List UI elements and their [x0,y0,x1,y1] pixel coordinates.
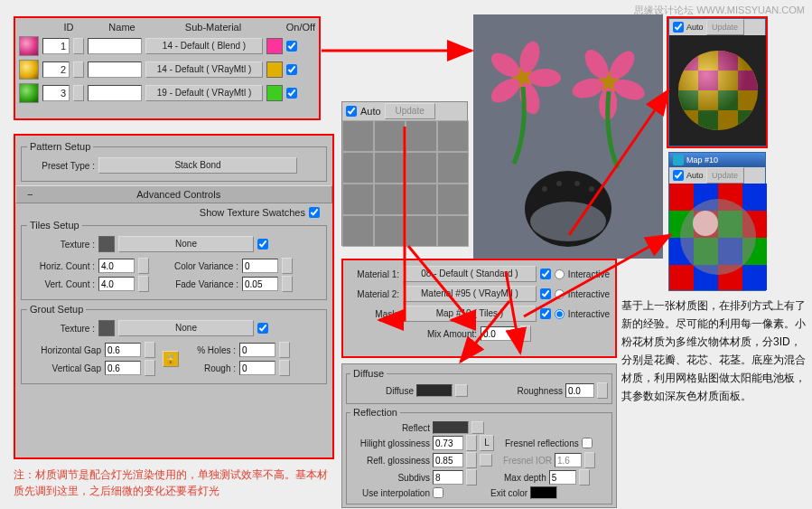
spinner[interactable] [584,452,595,468]
update-button[interactable]: Update [385,103,435,119]
mat1-button[interactable]: 08 - Default ( Standard ) [403,266,537,282]
reflect-map-icon[interactable] [471,421,484,434]
maxdepth-input[interactable] [549,470,576,485]
sub-material-button[interactable]: 14 - Default ( VRayMtl ) [145,61,263,78]
mat2-check[interactable] [540,288,551,299]
grout-tex-color[interactable] [98,320,115,336]
onoff-check[interactable] [286,88,297,99]
name-field[interactable] [88,38,142,54]
name-field[interactable] [88,85,142,101]
holes-input[interactable] [239,343,275,357]
grout-tex-check[interactable] [257,323,268,334]
diffuse-map-icon[interactable] [455,384,468,397]
mat2-button[interactable]: Material #95 ( VRayMtl ) [403,286,537,302]
hgap-input[interactable] [105,343,141,357]
diffuse-color[interactable] [416,384,453,397]
L-button[interactable]: L [480,435,494,451]
auto-check[interactable] [673,22,684,33]
color-swatch[interactable] [266,38,283,54]
subdivs-input[interactable] [433,470,463,485]
fior-input[interactable] [555,453,582,467]
cvar-input[interactable] [242,259,278,273]
reflect-color[interactable] [433,421,469,434]
tiles-tex-label: Texture : [27,240,95,250]
cvar-label: Color Variance : [162,261,238,271]
col-id: ID [48,22,89,33]
grout-tex-button[interactable]: None [118,320,254,336]
sub-material-panel: ID Name Sub-Material On/Off 1 14 - Defau… [14,16,321,120]
spinner[interactable] [597,382,608,399]
mat1-check[interactable] [540,269,551,279]
hglossy-input[interactable] [433,436,463,450]
mat2-radio[interactable] [555,289,565,299]
spinner[interactable] [279,360,290,376]
auto-check[interactable] [346,106,357,117]
id-field[interactable]: 3 [42,85,70,101]
tiles-legend: Tiles Setup [27,220,82,231]
useinterp-check[interactable] [433,487,443,498]
svg-point-15 [556,181,562,186]
lock-icon[interactable]: 🔒 [163,351,179,367]
material-swatch[interactable] [19,36,39,56]
interactive-label: Interactive [568,269,610,279]
grout-tex-label: Texture : [27,324,95,334]
id-field[interactable]: 2 [42,61,70,78]
mask-button[interactable]: Map #10 ( Tiles ) [403,306,537,322]
fvar-label: Fade Variance : [162,279,238,289]
update-button[interactable]: Update [706,167,744,184]
spinner[interactable] [73,61,84,78]
sub-material-button[interactable]: 19 - Default ( VRayMtl ) [145,85,263,101]
fvar-input[interactable] [242,277,278,291]
fresnel-check[interactable] [582,438,593,448]
mat1-radio[interactable] [555,269,565,279]
id-field[interactable]: 1 [42,38,70,54]
rough-input[interactable] [239,361,275,375]
tiles-tex-color[interactable] [98,236,115,252]
exitcolor-swatch[interactable] [530,486,557,499]
auto-check[interactable] [673,170,684,181]
onoff-check[interactable] [286,64,297,75]
tiles-tex-button[interactable]: None [118,236,254,252]
spinner[interactable] [466,435,477,451]
spinner[interactable] [145,342,155,358]
spinner[interactable] [282,276,293,292]
auto-label: Auto [686,171,704,180]
svg-point-48 [680,199,756,275]
roughness-input[interactable] [565,383,594,398]
hcount-input[interactable] [98,259,135,273]
spinner[interactable] [73,38,84,54]
rglossy-map-icon[interactable] [480,454,492,467]
preset-dropdown[interactable]: Stack Bond [98,157,297,174]
mask-check[interactable] [540,308,551,319]
name-field[interactable] [88,61,142,78]
color-swatch[interactable] [266,61,283,78]
spinner[interactable] [279,342,290,358]
mask-radio[interactable] [555,309,565,319]
spinner[interactable] [145,360,155,376]
interactive-label: Interactive [568,309,610,319]
rglossy-input[interactable] [433,453,463,467]
material-swatch[interactable] [19,60,39,80]
table-row: 2 14 - Default ( VRayMtl ) [19,60,315,80]
vcount-input[interactable] [98,277,135,291]
spinner[interactable] [73,85,84,101]
spinner[interactable] [138,276,149,292]
spinner[interactable] [579,469,590,485]
spinner[interactable] [466,452,477,468]
spinner[interactable] [520,325,531,342]
show-swatches-check[interactable] [309,207,320,218]
spinner[interactable] [466,469,477,485]
tiles-tex-check[interactable] [257,239,268,250]
sub-material-button[interactable]: 14 - Default ( Blend ) [145,38,263,54]
spinner[interactable] [282,258,293,274]
advanced-controls[interactable]: Advanced Controls [136,189,220,200]
color-swatch[interactable] [266,85,283,101]
pattern-panel: Pattern Setup Preset Type : Stack Bond −… [14,134,334,459]
mix-input[interactable] [481,326,517,341]
hglossy-label: Hilight glossiness [350,438,430,448]
spinner[interactable] [138,258,149,274]
vgap-input[interactable] [105,361,141,375]
update-button[interactable]: Update [706,19,744,35]
material-swatch[interactable] [19,83,39,103]
onoff-check[interactable] [286,41,297,52]
